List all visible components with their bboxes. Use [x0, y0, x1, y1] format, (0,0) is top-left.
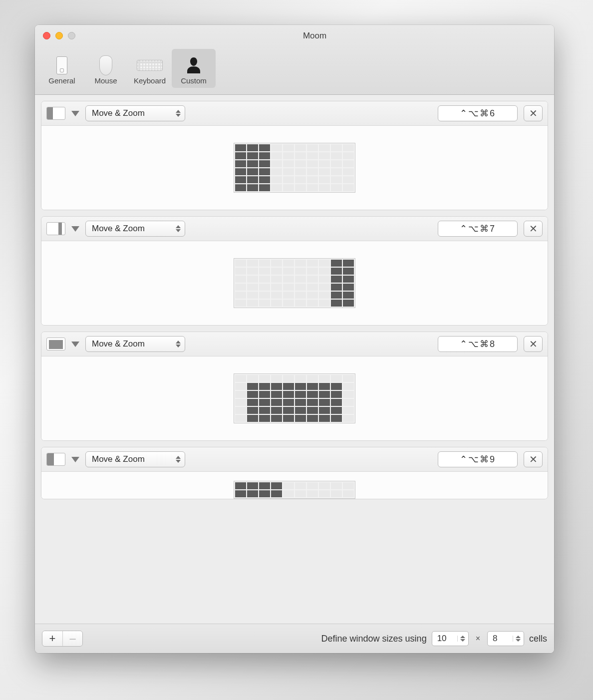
grid-cell[interactable] [259, 375, 270, 382]
grid-cell[interactable] [259, 383, 270, 390]
grid-cell[interactable] [295, 383, 306, 390]
grid-cell[interactable] [247, 391, 258, 398]
grid-cell[interactable] [331, 300, 342, 307]
grid-cell[interactable] [343, 383, 354, 390]
disclosure-down-icon[interactable] [71, 111, 79, 116]
grid-cell[interactable] [331, 391, 342, 398]
grid-rows-stepper[interactable]: 8 [487, 631, 524, 646]
grid-cell[interactable] [343, 407, 354, 414]
tab-mouse[interactable]: Mouse [84, 49, 128, 88]
grid-cell[interactable] [307, 284, 318, 291]
grid-cell[interactable] [271, 407, 282, 414]
grid-cell[interactable] [307, 415, 318, 422]
grid-cell[interactable] [295, 184, 306, 191]
grid-cell[interactable] [307, 300, 318, 307]
grid-cell[interactable] [343, 399, 354, 406]
action-type-popup[interactable]: Move & Zoom [85, 451, 185, 467]
clear-shortcut-button[interactable]: ✕ [524, 451, 543, 467]
grid-cell[interactable] [235, 399, 246, 406]
tab-custom[interactable]: Custom [172, 49, 216, 88]
grid-cell[interactable] [343, 144, 354, 151]
shortcut-field[interactable]: ⌃⌥⌘9 [438, 451, 518, 467]
grid-cell[interactable] [307, 268, 318, 275]
grid-cell[interactable] [247, 407, 258, 414]
grid-cell[interactable] [331, 407, 342, 414]
grid-cell[interactable] [235, 300, 246, 307]
grid-cell[interactable] [295, 399, 306, 406]
grid-cell[interactable] [247, 144, 258, 151]
resize-grid[interactable] [234, 143, 355, 193]
grid-cell[interactable] [307, 160, 318, 167]
grid-cell[interactable] [271, 383, 282, 390]
grid-cell[interactable] [235, 152, 246, 159]
grid-cell[interactable] [271, 276, 282, 283]
tab-keyboard[interactable]: Keyboard [128, 49, 172, 88]
grid-cell[interactable] [283, 268, 294, 275]
grid-cell[interactable] [319, 490, 330, 497]
grid-cell[interactable] [319, 482, 330, 489]
grid-cell[interactable] [295, 144, 306, 151]
grid-cell[interactable] [307, 482, 318, 489]
grid-cell[interactable] [283, 399, 294, 406]
grid-cell[interactable] [343, 284, 354, 291]
grid-cell[interactable] [247, 176, 258, 183]
grid-cell[interactable] [247, 292, 258, 299]
grid-cell[interactable] [283, 168, 294, 175]
grid-cell[interactable] [271, 184, 282, 191]
grid-cell[interactable] [235, 490, 246, 497]
grid-cell[interactable] [271, 144, 282, 151]
grid-cell[interactable] [295, 407, 306, 414]
grid-cell[interactable] [319, 184, 330, 191]
grid-cell[interactable] [307, 375, 318, 382]
grid-cell[interactable] [295, 482, 306, 489]
grid-cell[interactable] [307, 391, 318, 398]
grid-cell[interactable] [271, 375, 282, 382]
grid-cell[interactable] [319, 375, 330, 382]
grid-cell[interactable] [235, 415, 246, 422]
disclosure-down-icon[interactable] [71, 342, 79, 347]
grid-cell[interactable] [307, 407, 318, 414]
grid-cell[interactable] [283, 160, 294, 167]
grid-cell[interactable] [319, 383, 330, 390]
grid-cell[interactable] [235, 268, 246, 275]
grid-cell[interactable] [319, 168, 330, 175]
grid-cell[interactable] [319, 276, 330, 283]
grid-cell[interactable] [343, 268, 354, 275]
grid-cell[interactable] [271, 284, 282, 291]
grid-cell[interactable] [259, 292, 270, 299]
grid-cell[interactable] [259, 260, 270, 267]
grid-cell[interactable] [331, 292, 342, 299]
grid-cell[interactable] [259, 391, 270, 398]
grid-cell[interactable] [271, 176, 282, 183]
grid-cell[interactable] [295, 152, 306, 159]
grid-cell[interactable] [331, 144, 342, 151]
grid-cell[interactable] [283, 144, 294, 151]
grid-cell[interactable] [247, 284, 258, 291]
grid-cell[interactable] [259, 168, 270, 175]
grid-cell[interactable] [235, 482, 246, 489]
grid-cell[interactable] [343, 276, 354, 283]
grid-cell[interactable] [283, 152, 294, 159]
grid-cell[interactable] [295, 415, 306, 422]
grid-cell[interactable] [295, 284, 306, 291]
grid-cell[interactable] [331, 168, 342, 175]
grid-cell[interactable] [307, 292, 318, 299]
grid-cell[interactable] [259, 490, 270, 497]
action-type-popup[interactable]: Move & Zoom [85, 221, 185, 237]
remove-button[interactable]: – [62, 631, 82, 646]
grid-cell[interactable] [331, 184, 342, 191]
grid-cell[interactable] [319, 144, 330, 151]
grid-cell[interactable] [295, 168, 306, 175]
grid-cell[interactable] [271, 490, 282, 497]
grid-cell[interactable] [343, 152, 354, 159]
grid-cell[interactable] [271, 399, 282, 406]
grid-cell[interactable] [283, 284, 294, 291]
grid-cell[interactable] [319, 407, 330, 414]
grid-cell[interactable] [235, 144, 246, 151]
add-button[interactable]: + [42, 631, 62, 646]
grid-cell[interactable] [247, 482, 258, 489]
grid-cell[interactable] [331, 260, 342, 267]
grid-cell[interactable] [307, 168, 318, 175]
grid-cell[interactable] [259, 407, 270, 414]
grid-cell[interactable] [235, 391, 246, 398]
